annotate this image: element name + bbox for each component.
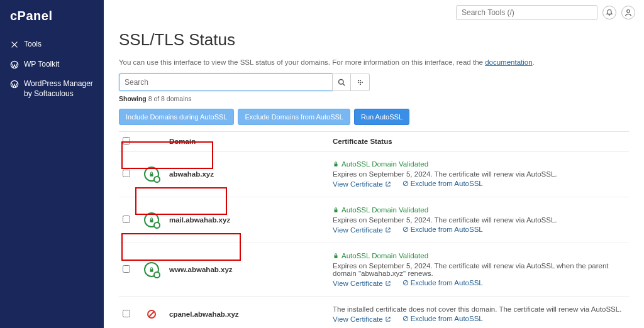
filter-settings-button[interactable] (351, 74, 370, 91)
filter-search-button[interactable] (332, 74, 351, 91)
page-title: SSL/TLS Status (119, 30, 629, 50)
run-autossl-button[interactable]: Run AutoSSL (354, 109, 409, 125)
global-search (456, 5, 597, 20)
col-status-header: Certificate Status (329, 132, 629, 151)
svg-point-4 (627, 10, 630, 13)
exclude-from-autossl-link[interactable]: Exclude from AutoSSL (402, 279, 483, 287)
topbar (104, 0, 644, 25)
tools-icon (10, 40, 19, 49)
main-area: SSL/TLS Status You can use this interfac… (104, 0, 644, 328)
wp-icon (10, 80, 19, 89)
svg-line-16 (404, 228, 407, 231)
row-checkbox[interactable] (123, 265, 130, 273)
notifications-button[interactable] (602, 6, 616, 19)
col-domain-header: Domain (165, 132, 329, 151)
ssl-error-icon (144, 307, 159, 322)
page-content: SSL/TLS Status You can use this interfac… (104, 25, 644, 328)
exclude-from-autossl-link[interactable]: Exclude from AutoSSL (402, 226, 483, 233)
showing-label: Showing (119, 95, 147, 102)
svg-line-18 (404, 282, 407, 285)
cert-status-sub: Expires on September 5, 2024. The certif… (333, 262, 625, 277)
sidebar-item-label: Tools (24, 40, 42, 50)
ssl-status-table: Domain Certificate Status abwahab.xyz Au… (119, 131, 629, 328)
desc-post: . (533, 58, 535, 66)
page-description: You can use this interface to view the S… (119, 58, 629, 66)
filter-row (119, 74, 629, 91)
domain-name: abwahab.xyz (169, 170, 214, 178)
svg-point-11 (361, 82, 362, 83)
select-all-checkbox[interactable] (123, 137, 130, 145)
desc-pre: You can use this interface to view the S… (119, 58, 485, 66)
account-button[interactable] (621, 6, 635, 19)
row-checkbox[interactable] (123, 170, 130, 177)
table-row: abwahab.xyz AutoSSL Domain ValidatedExpi… (119, 151, 629, 197)
svg-point-12 (359, 84, 360, 85)
row-checkbox[interactable] (123, 310, 130, 317)
cert-status-sub: Expires on September 5, 2024. The certif… (333, 216, 625, 224)
ssl-ok-icon (144, 167, 159, 182)
exclude-button[interactable]: Exclude Domains from AutoSSL (238, 109, 350, 125)
table-row: cpanel.abwahab.xyzThe installed certific… (119, 297, 629, 329)
cert-status-title: AutoSSL Domain Validated (333, 252, 428, 260)
cert-status-title: AutoSSL Domain Validated (333, 160, 428, 168)
table-row: www.abwahab.xyz AutoSSL Domain Validated… (119, 243, 629, 297)
svg-line-6 (343, 84, 345, 85)
logo-cp: cP (10, 9, 26, 23)
domain-filter-input[interactable] (119, 74, 333, 91)
view-certificate-link[interactable]: View Certificate (333, 180, 391, 188)
bulk-actions: Include Domains during AutoSSL Exclude D… (119, 109, 629, 125)
view-certificate-link[interactable]: View Certificate (333, 280, 391, 287)
ssl-ok-icon (144, 212, 159, 227)
table-row: mail.abwahab.xyz AutoSSL Domain Validate… (119, 197, 629, 243)
row-checkbox[interactable] (123, 216, 130, 223)
ssl-ok-icon (144, 262, 159, 277)
exclude-from-autossl-link[interactable]: Exclude from AutoSSL (402, 180, 483, 187)
wp-icon (10, 60, 19, 69)
sidebar-item-wp-toolkit[interactable]: WP Toolkit (0, 55, 104, 75)
svg-point-9 (357, 82, 358, 83)
sidebar-item-label: WP Toolkit (24, 60, 59, 70)
search-input[interactable] (456, 5, 597, 20)
showing-count: Showing 8 of 8 domains (119, 95, 629, 102)
exclude-from-autossl-link[interactable]: Exclude from AutoSSL (402, 315, 483, 322)
documentation-link[interactable]: documentation (485, 58, 532, 66)
showing-post: of 8 domains (152, 95, 192, 102)
sidebar: cPanel ToolsWP ToolkitWordPress Manager … (0, 0, 104, 328)
brand-logo[interactable]: cPanel (0, 0, 104, 35)
view-certificate-link[interactable]: View Certificate (333, 226, 391, 234)
sidebar-item-label: WordPress Manager by Softaculous (24, 79, 94, 99)
svg-line-22 (404, 317, 407, 320)
sidebar-item-wordpress-manager-by-softaculous[interactable]: WordPress Manager by Softaculous (0, 74, 104, 104)
cert-status-sub: The installed certificate does not cover… (333, 305, 625, 313)
sidebar-item-tools[interactable]: Tools (0, 35, 104, 55)
domain-name: www.abwahab.xyz (169, 266, 233, 273)
svg-line-14 (404, 182, 407, 185)
domain-name: mail.abwahab.xyz (169, 216, 230, 224)
cert-status-sub: Expires on September 5, 2024. The certif… (333, 170, 625, 178)
svg-point-5 (339, 80, 344, 85)
include-button[interactable]: Include Domains during AutoSSL (119, 109, 234, 125)
app-root: cPanel ToolsWP ToolkitWordPress Manager … (0, 0, 644, 328)
view-certificate-link[interactable]: View Certificate (333, 315, 391, 323)
svg-line-20 (149, 312, 154, 317)
svg-point-7 (357, 80, 358, 81)
svg-point-10 (359, 82, 360, 83)
cert-status-title: AutoSSL Domain Validated (333, 206, 428, 214)
domain-name: cpanel.abwahab.xyz (169, 310, 239, 318)
svg-point-8 (359, 80, 360, 81)
logo-anel: anel (26, 9, 52, 23)
